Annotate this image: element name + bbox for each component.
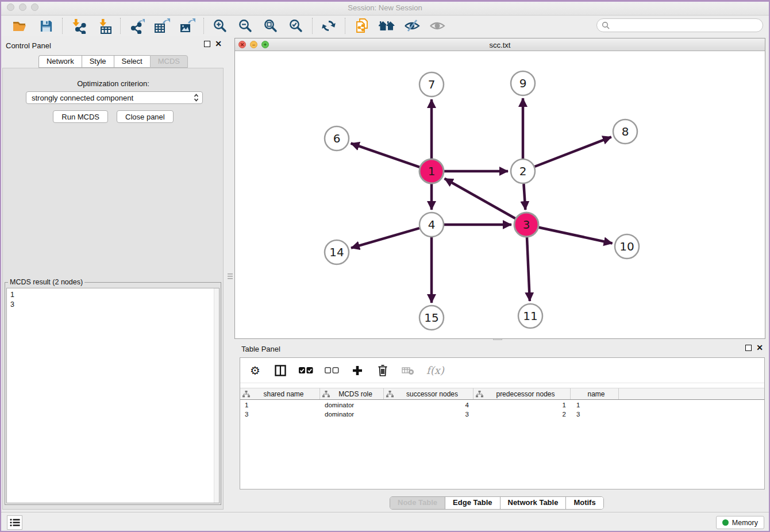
table-panel-close-icon[interactable]: ✕ bbox=[756, 345, 763, 351]
run-mcds-button[interactable]: Run MCDS bbox=[53, 110, 108, 123]
optimization-criterion-select[interactable]: strongly connected component bbox=[26, 91, 203, 104]
plus-icon bbox=[352, 365, 363, 376]
table-cell: 3 bbox=[240, 410, 320, 419]
checked-boxes-icon bbox=[299, 367, 313, 374]
control-panel-tabs: Network Style Select MCDS bbox=[0, 55, 226, 68]
hide-selected-button[interactable] bbox=[403, 18, 421, 34]
graph-node-label-15: 15 bbox=[424, 311, 438, 325]
table-cell: 1 bbox=[473, 400, 571, 410]
save-floppy-icon bbox=[39, 19, 53, 33]
new-network-from-selection-button[interactable] bbox=[353, 18, 370, 34]
mcds-result-area[interactable]: 1 3 bbox=[6, 288, 220, 503]
export-image-button[interactable] bbox=[179, 18, 196, 34]
close-panel-button[interactable]: Close panel bbox=[117, 110, 174, 123]
graph-node-label-11: 11 bbox=[523, 309, 537, 323]
memory-label: Memory bbox=[732, 519, 758, 527]
search-icon bbox=[602, 21, 610, 29]
open-session-button[interactable] bbox=[12, 18, 29, 34]
graph-node-label-9: 9 bbox=[519, 76, 527, 90]
table-cell: dominator bbox=[320, 410, 384, 419]
function-builder-button[interactable]: f(x) bbox=[426, 363, 444, 379]
graph-node-label-10: 10 bbox=[619, 240, 634, 253]
graph-edge-2-3[interactable] bbox=[523, 184, 525, 210]
first-neighbors-button[interactable] bbox=[378, 18, 395, 34]
table-header: shared name MCDS role successor nodes pr… bbox=[240, 388, 764, 400]
mcds-result-scrollbar[interactable] bbox=[214, 288, 219, 503]
zoom-out-button[interactable] bbox=[237, 18, 254, 34]
graph-edge-3-10[interactable] bbox=[539, 228, 613, 244]
column-header-name[interactable]: name bbox=[571, 388, 619, 399]
zoom-out-icon bbox=[238, 18, 253, 33]
select-value: strongly connected component bbox=[32, 94, 194, 102]
graph-node-label-2: 2 bbox=[519, 164, 527, 178]
memory-button[interactable]: Memory bbox=[716, 516, 764, 529]
unselect-all-columns-button[interactable] bbox=[325, 363, 339, 379]
tab-motifs[interactable]: Motifs bbox=[566, 497, 603, 509]
column-header-predecessor-nodes[interactable]: predecessor nodes bbox=[473, 388, 571, 399]
select-all-columns-button[interactable] bbox=[299, 363, 313, 379]
tab-select[interactable]: Select bbox=[114, 55, 150, 68]
vertical-splitter-handle[interactable] bbox=[228, 269, 233, 284]
zoom-in-button[interactable] bbox=[211, 18, 229, 34]
control-panel-float-icon[interactable] bbox=[204, 41, 210, 47]
import-network-button[interactable] bbox=[70, 18, 87, 34]
table-panel-float-icon[interactable] bbox=[745, 345, 752, 351]
export-network-button[interactable] bbox=[128, 18, 145, 34]
export-table-button[interactable] bbox=[153, 18, 171, 34]
graph-edge-1-6[interactable] bbox=[351, 144, 420, 167]
graph-edge-3-11[interactable] bbox=[527, 237, 530, 301]
graph-node-label-7: 7 bbox=[428, 78, 436, 91]
refresh-icon bbox=[321, 18, 336, 33]
control-panel-close-icon[interactable]: ✕ bbox=[215, 41, 222, 47]
tab-style[interactable]: Style bbox=[82, 55, 114, 68]
table-cell: 4 bbox=[384, 400, 473, 410]
fx-icon: f(x) bbox=[426, 364, 444, 376]
delete-table-button[interactable] bbox=[401, 363, 415, 379]
table-row[interactable]: 1dominator411 bbox=[240, 400, 764, 410]
network-graph: 1234678910111415 bbox=[235, 51, 765, 338]
control-panel-title: Control Panel bbox=[6, 41, 51, 50]
refresh-button[interactable] bbox=[320, 18, 337, 34]
tab-network-table[interactable]: Network Table bbox=[500, 497, 567, 509]
column-header-successor-nodes[interactable]: successor nodes bbox=[384, 388, 473, 399]
toggle-column-panel-button[interactable] bbox=[274, 363, 287, 379]
tab-node-table[interactable]: Node Table bbox=[390, 497, 445, 509]
columns-icon bbox=[275, 365, 286, 376]
houses-icon bbox=[378, 19, 395, 33]
export-table-icon bbox=[154, 18, 170, 34]
memory-status-icon bbox=[722, 519, 729, 526]
table-row[interactable]: 3dominator323 bbox=[240, 410, 764, 419]
table-settings-button[interactable]: ⚙ bbox=[248, 363, 262, 379]
search-input[interactable] bbox=[613, 20, 763, 31]
eye-icon bbox=[429, 18, 445, 33]
save-session-button[interactable] bbox=[37, 18, 55, 34]
import-network-icon bbox=[71, 18, 87, 34]
mcds-result-title: MCDS result (2 nodes) bbox=[8, 278, 84, 286]
hierarchy-icon bbox=[386, 391, 394, 398]
mcds-result-group: MCDS result (2 nodes) 1 3 bbox=[5, 282, 221, 505]
graph-edge-3-1[interactable] bbox=[445, 179, 515, 218]
zoom-selected-button[interactable] bbox=[287, 18, 305, 34]
export-network-icon bbox=[129, 18, 145, 34]
mcds-result-text: 1 3 bbox=[7, 288, 213, 503]
tab-mcds[interactable]: MCDS bbox=[150, 55, 188, 68]
column-header-mcds-role[interactable]: MCDS role bbox=[320, 388, 384, 399]
create-column-button[interactable] bbox=[351, 363, 364, 379]
tab-edge-table[interactable]: Edge Table bbox=[445, 497, 500, 509]
table-cell: 1 bbox=[240, 400, 320, 410]
table-cell: 3 bbox=[384, 410, 473, 419]
tab-network[interactable]: Network bbox=[38, 55, 82, 68]
import-table-button[interactable] bbox=[95, 18, 113, 34]
unchecked-boxes-icon bbox=[325, 367, 339, 374]
zoom-selected-icon bbox=[288, 18, 303, 33]
graph-edge-2-8[interactable] bbox=[535, 137, 611, 167]
trash-icon bbox=[378, 364, 388, 377]
column-header-shared-name[interactable]: shared name bbox=[240, 388, 320, 399]
task-history-button[interactable] bbox=[7, 515, 22, 530]
table-panel-body: ⚙ f(x) shared name MCDS role successor n… bbox=[240, 357, 765, 489]
graph-edge-4-14[interactable] bbox=[351, 228, 419, 248]
zoom-fit-button[interactable] bbox=[262, 18, 279, 34]
show-all-button[interactable] bbox=[429, 18, 446, 34]
network-canvas[interactable]: 1234678910111415 bbox=[235, 51, 765, 338]
delete-column-button[interactable] bbox=[376, 363, 390, 379]
